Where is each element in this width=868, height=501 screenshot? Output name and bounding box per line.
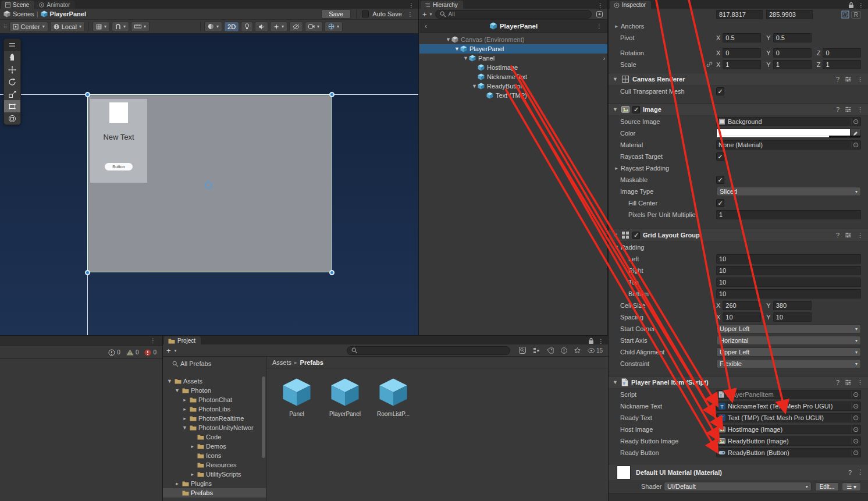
- rotation-z-field[interactable]: 0: [823, 48, 861, 58]
- console-menu-icon[interactable]: ⋮: [148, 337, 158, 344]
- object-picker-icon[interactable]: ⊙: [851, 118, 860, 125]
- hierarchy-item-readybutton[interactable]: ▼ ReadyButton: [419, 81, 607, 91]
- favorites-all-prefabs[interactable]: All Prefabs: [163, 359, 266, 368]
- presets-icon[interactable]: [845, 76, 852, 82]
- tool-palette-handle[interactable]: [4, 39, 20, 51]
- canvas-renderer-header[interactable]: ▼ Canvas Renderer ? ⋮: [609, 73, 868, 86]
- object-picker-icon[interactable]: ⊙: [851, 141, 860, 148]
- rect-handle-topright[interactable]: [329, 92, 335, 97]
- fill-center-checkbox[interactable]: ✓: [716, 199, 724, 207]
- help-icon[interactable]: ?: [848, 469, 852, 476]
- material-options-button[interactable]: ☰ ▾: [842, 482, 861, 491]
- help-icon[interactable]: ?: [836, 379, 839, 386]
- raycast-target-checkbox[interactable]: ✓: [716, 152, 724, 161]
- asset-roomlist[interactable]: RoomListP...: [372, 375, 414, 417]
- tree-item-photonrealtime[interactable]: ▸PhotonRealtime: [163, 414, 266, 423]
- hierarchy-search-input[interactable]: All: [435, 10, 592, 19]
- ruler-button[interactable]: ▾: [131, 22, 150, 32]
- padding-foldout[interactable]: ▼Padding: [609, 241, 868, 253]
- cull-transparent-mesh-checkbox[interactable]: ✓: [716, 87, 724, 95]
- hierarchy-item-canvas[interactable]: ▼ Canvas (Environment): [419, 35, 607, 44]
- pivot-x-field[interactable]: 0.5: [723, 33, 761, 42]
- tree-item-utilityscripts[interactable]: ▸UtilityScripts: [163, 470, 266, 479]
- scene-viewport[interactable]: New Text Button: [0, 34, 419, 335]
- hierarchy-item-nicknametext[interactable]: NicknameText: [419, 72, 607, 81]
- shader-dropdown[interactable]: UI/Default▾: [664, 482, 812, 491]
- player-panel-item-card[interactable]: New Text Button: [90, 99, 147, 183]
- tree-item-resources[interactable]: Resources: [163, 460, 266, 470]
- anchors-foldout[interactable]: ▸Anchors: [609, 20, 868, 32]
- rect-handle-topleft[interactable]: [85, 92, 90, 97]
- tree-item-photonchat[interactable]: ▸PhotonChat: [163, 395, 266, 404]
- tree-item-photonunitynetwork[interactable]: ▼PhotonUnityNetwor: [163, 423, 266, 432]
- effects-toggle-button[interactable]: ▾: [270, 22, 287, 32]
- inspector-lock-icon[interactable]: [846, 2, 856, 9]
- asset-playerpanel[interactable]: PlayerPanel: [324, 375, 366, 417]
- tree-item-code[interactable]: Code: [163, 432, 266, 442]
- padding-bottom-field[interactable]: 10: [716, 289, 861, 299]
- material-field[interactable]: None (Material) ⊙: [716, 140, 861, 150]
- raw-edit-toggle[interactable]: R: [851, 11, 861, 19]
- scale-y-field[interactable]: 1: [773, 60, 812, 69]
- tree-item-assets[interactable]: ▼Assets: [163, 376, 266, 386]
- start-corner-dropdown[interactable]: Upper Left▾: [716, 324, 861, 333]
- create-asset-caret-icon[interactable]: ▾: [175, 348, 177, 353]
- tab-animator[interactable]: Animator: [35, 1, 75, 9]
- save-button[interactable]: Save: [321, 9, 351, 19]
- camera-settings-button[interactable]: ▾: [305, 22, 323, 32]
- audio-toggle-button[interactable]: [255, 22, 268, 32]
- rotation-x-field[interactable]: 0: [723, 48, 761, 58]
- script-component-header[interactable]: ▼ # Player Panel Item (Script) ? ⋮: [609, 376, 868, 389]
- info-filter-icon[interactable]: [559, 347, 569, 354]
- crumb-prefabs[interactable]: Prefabs: [300, 359, 323, 366]
- hierarchy-item-panel[interactable]: ▼ Panel ›: [419, 54, 607, 63]
- breadcrumb-root[interactable]: Scenes: [13, 10, 34, 17]
- move-gizmo[interactable]: [205, 182, 212, 189]
- transform-tool[interactable]: [4, 112, 20, 125]
- rect-tool[interactable]: [4, 100, 20, 112]
- hierarchy-menu-icon[interactable]: ⋮: [596, 2, 605, 9]
- back-chevron-icon[interactable]: ‹: [423, 22, 429, 30]
- context-bar-menu-icon[interactable]: ⋮: [405, 11, 415, 17]
- image-type-dropdown[interactable]: Sliced▾: [716, 187, 861, 196]
- link-scale-icon[interactable]: [706, 61, 716, 69]
- rotation-y-field[interactable]: 0: [773, 48, 812, 58]
- grid-snap-button[interactable]: ▾: [93, 22, 110, 32]
- 2d-toggle-button[interactable]: 2D: [224, 22, 239, 32]
- image-enabled-checkbox[interactable]: ✓: [632, 106, 640, 113]
- project-menu-icon[interactable]: ⋮: [596, 338, 606, 344]
- move-tool[interactable]: [4, 63, 20, 76]
- object-picker-icon[interactable]: ⊙: [851, 414, 860, 421]
- presets-icon[interactable]: [845, 106, 852, 112]
- cell-size-x-field[interactable]: 260: [723, 301, 761, 310]
- help-icon[interactable]: ?: [836, 232, 839, 239]
- host-image-field[interactable]: HostImage (Image) ⊙: [716, 425, 861, 434]
- spacing-x-field[interactable]: 10: [723, 312, 761, 322]
- component-menu-icon[interactable]: ⋮: [857, 76, 863, 83]
- source-image-field[interactable]: Background ⊙: [716, 117, 861, 126]
- tree-scrollbar[interactable]: [262, 376, 265, 458]
- shading-mode-button[interactable]: ▾: [204, 22, 222, 32]
- padding-left-field[interactable]: 10: [716, 254, 861, 264]
- label-tag-icon[interactable]: [545, 347, 556, 354]
- tree-item-demos[interactable]: ▸Demos: [163, 442, 266, 451]
- anchor-presets-icon[interactable]: [839, 10, 851, 19]
- create-asset-button[interactable]: +: [166, 346, 171, 355]
- tab-hierarchy[interactable]: Hierarchy: [421, 1, 463, 9]
- hierarchy-item-hostimage[interactable]: HostImage: [419, 63, 607, 72]
- component-menu-icon[interactable]: ⋮: [857, 106, 863, 113]
- presets-icon[interactable]: [845, 379, 852, 385]
- tree-item-plugins[interactable]: ▸Plugins: [163, 479, 266, 488]
- presets-icon[interactable]: [845, 232, 852, 238]
- shader-edit-button[interactable]: Edit...: [815, 482, 839, 491]
- scale-x-field[interactable]: 1: [723, 60, 761, 69]
- visible-count[interactable]: 15: [586, 347, 604, 354]
- pos-x-field[interactable]: 817.8317: [716, 10, 763, 19]
- rotate-tool[interactable]: [4, 76, 20, 88]
- help-icon[interactable]: ?: [836, 76, 839, 83]
- ready-button-image-field[interactable]: ReadyButton (Image) ⊙: [716, 436, 861, 446]
- tree-item-photon[interactable]: ▼Photon: [163, 386, 266, 395]
- hierarchy-item-text-tmp[interactable]: Text (TMP): [419, 91, 607, 100]
- create-object-button[interactable]: +: [422, 10, 427, 19]
- scene-visibility-button[interactable]: [289, 22, 303, 32]
